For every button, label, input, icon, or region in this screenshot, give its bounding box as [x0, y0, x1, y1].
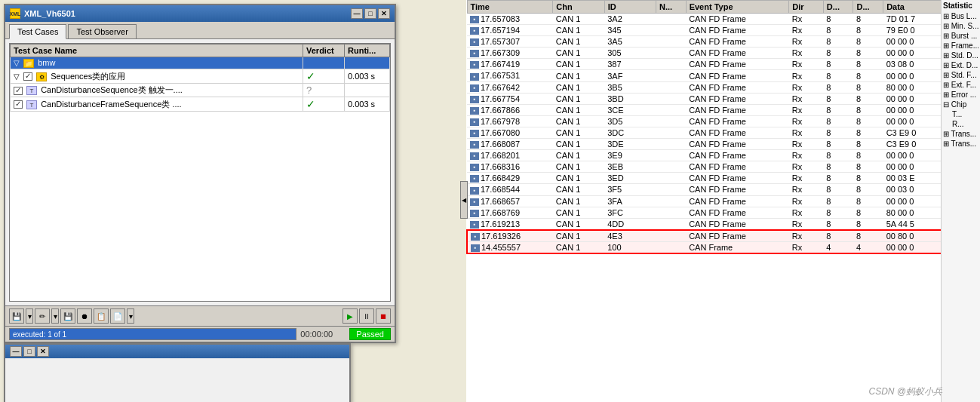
pause-button[interactable]: ⏸: [359, 308, 374, 324]
edit-btn[interactable]: ✏: [35, 308, 50, 324]
table-row[interactable]: ▪17.668201CAN 13E9CAN FD FrameRx8800 00 …: [467, 150, 963, 161]
dropdown-arrow-2[interactable]: ▾: [51, 308, 59, 324]
dropdown-arrow-3[interactable]: ▾: [127, 308, 134, 324]
stats-item-chip-t[interactable]: T...: [943, 109, 978, 119]
table-cell: CAN FD Frame: [686, 59, 789, 70]
table-cell: ▪17.619326: [467, 230, 553, 242]
save-dropdown-btn[interactable]: 💾: [9, 308, 24, 324]
col-header-id[interactable]: ID: [604, 1, 656, 14]
bottom-window-titlebar[interactable]: — □ ✕: [5, 345, 349, 358]
maximize-button[interactable]: □: [364, 8, 376, 19]
stats-item-frame[interactable]: ⊞ Frame...: [943, 41, 978, 51]
table-row[interactable]: ▪17.668429CAN 13EDCAN FD FrameRx8800 03 …: [467, 173, 963, 184]
fold-button[interactable]: ◀: [460, 181, 468, 219]
bottom-window-controls: — □ ✕: [10, 346, 49, 357]
table-row[interactable]: ✓ T CanDisturbanceFrameSequence类 .... ✓ …: [11, 97, 390, 112]
stats-item-burst[interactable]: ⊞ Burst ...: [943, 31, 978, 41]
stats-item-error[interactable]: ⊞ Error ...: [943, 90, 978, 100]
tree-table-container[interactable]: Test Case Name Verdict Runti... ▽ 📁: [9, 43, 391, 302]
table-cell: Rx: [789, 127, 824, 138]
table-row[interactable]: ▪17.667754CAN 13BDCAN FD FrameRx8800 00 …: [467, 93, 963, 104]
table-cell: CAN 1: [553, 184, 604, 195]
table-row[interactable]: ▪17.667642CAN 13B5CAN FD FrameRx8880 00 …: [467, 81, 963, 93]
table-cell: 8: [853, 218, 883, 230]
stats-item-trans2[interactable]: ⊞ Trans...: [943, 139, 978, 149]
table-row[interactable]: ▽ ✓ ⚙ Sequences类的应用 ✓ 0.003 s: [11, 69, 390, 84]
log-scroll-container[interactable]: Time Chn ID N... Event Type Di: [466, 0, 964, 385]
table-row[interactable]: ▪17.668769CAN 13FCCAN FD FrameRx8880 00 …: [467, 207, 963, 218]
stats-item-bus[interactable]: ⊞ Bus L...: [943, 11, 978, 21]
col-header-runtime[interactable]: Runti...: [345, 44, 390, 57]
table-cell: 8: [823, 104, 853, 115]
table-row[interactable]: ▪17.668087CAN 13DECAN FD FrameRx88C3 E9 …: [467, 139, 963, 150]
table-cell: [656, 150, 686, 161]
bottom-maximize-button[interactable]: □: [23, 346, 35, 357]
col-header-dir[interactable]: Dir: [789, 1, 824, 14]
table-row[interactable]: ▪17.619213CAN 14DDCAN FD FrameRx885A 44 …: [467, 218, 963, 230]
col-header-name[interactable]: Test Case Name: [11, 44, 303, 57]
save-btn[interactable]: 💾: [60, 308, 75, 324]
bottom-close-button[interactable]: ✕: [37, 346, 49, 357]
table-row[interactable]: ✓ T CanDisturbanceSequence类 触发一.... ?: [11, 84, 390, 97]
table-row[interactable]: ▪17.668657CAN 13FACAN FD FrameRx8800 00 …: [467, 195, 963, 207]
stats-item-std-f[interactable]: ⊞ Std. F...: [943, 70, 978, 80]
table-cell: 8: [823, 81, 853, 93]
col-header-verdict[interactable]: Verdict: [303, 44, 345, 57]
tab-test-cases[interactable]: Test Cases: [9, 24, 66, 39]
col-header-d2[interactable]: D...: [853, 1, 883, 14]
stats-item-std-d[interactable]: ⊞ Std. D...: [943, 51, 978, 60]
col-header-time[interactable]: Time: [467, 1, 553, 14]
table-row[interactable]: ▪17.657307CAN 13A5CAN FD FrameRx8800 00 …: [467, 36, 963, 48]
table-cell: 4: [853, 241, 883, 253]
table-row[interactable]: ▪17.657083CAN 13A2CAN FD FrameRx887D 01 …: [467, 14, 963, 25]
stats-item-ext-f[interactable]: ⊞ Ext. F...: [943, 80, 978, 90]
close-button[interactable]: ✕: [378, 8, 390, 19]
table-cell: CAN FD Frame: [686, 14, 789, 25]
table-cell: [656, 218, 686, 230]
window-titlebar[interactable]: XML XML_Vh6501 — □ ✕: [5, 5, 395, 22]
table-row[interactable]: ▪17.667978CAN 13D5CAN FD FrameRx8800 00 …: [467, 115, 963, 127]
play-button[interactable]: ▶: [343, 308, 358, 324]
table-cell: Rx: [789, 230, 824, 242]
table-cell: CAN 1: [553, 230, 604, 242]
table-row[interactable]: ▪17.668316CAN 13EBCAN FD FrameRx8800 00 …: [467, 161, 963, 173]
table-row[interactable]: ▪17.668544CAN 13F5CAN FD FrameRx8800 03 …: [467, 184, 963, 195]
stats-item-ext-d[interactable]: ⊞ Ext. D...: [943, 60, 978, 70]
table-cell: CAN 1: [553, 161, 604, 173]
table-row[interactable]: ▪17.667309CAN 1305CAN FD FrameRx8800 00 …: [467, 48, 963, 59]
table-cell: [656, 48, 686, 59]
table-row[interactable]: ▪17.667080CAN 13DCCAN FD FrameRx88C3 E9 …: [467, 127, 963, 138]
table-row[interactable]: ▪17.657194CAN 1345CAN FD FrameRx8879 E0 …: [467, 25, 963, 36]
stop-button[interactable]: ⏹: [376, 308, 391, 324]
export-btn[interactable]: 📄: [110, 308, 125, 324]
tab-test-observer[interactable]: Test Observer: [68, 24, 136, 38]
minimize-button[interactable]: —: [351, 8, 363, 19]
stats-item-trans1[interactable]: ⊞ Trans...: [943, 129, 978, 139]
table-cell: ▪17.668544: [467, 184, 553, 195]
col-header-chn[interactable]: Chn: [553, 1, 604, 14]
copy-btn[interactable]: 📋: [94, 308, 109, 324]
stats-item-chip-r[interactable]: R...: [943, 119, 978, 129]
tree-table: Test Case Name Verdict Runti... ▽ 📁: [10, 44, 390, 112]
stats-item-chip[interactable]: ⊟ Chip: [943, 100, 978, 109]
col-header-d1[interactable]: D...: [823, 1, 853, 14]
table-row[interactable]: ▪14.455557CAN 1100CAN FrameRx4400 00 0: [467, 241, 963, 253]
record-btn[interactable]: ⏺: [77, 308, 92, 324]
test-icon-2: T: [26, 100, 37, 109]
table-row[interactable]: ▪17.667531CAN 13AFCAN FD FrameRx8800 00 …: [467, 70, 963, 81]
test-icon: T: [26, 86, 37, 95]
col-header-event-type[interactable]: Event Type: [686, 1, 789, 14]
table-cell: 8: [823, 115, 853, 127]
table-cell: [656, 207, 686, 218]
col-header-n[interactable]: N...: [656, 1, 686, 14]
table-row[interactable]: ▪17.619326CAN 14E3CAN FD FrameRx8800 80 …: [467, 230, 963, 242]
table-row[interactable]: ▽ 📁 bmw: [11, 57, 390, 69]
table-cell: ▪17.667080: [467, 127, 553, 138]
table-cell: 4: [823, 241, 853, 253]
table-row[interactable]: ▪17.667419CAN 1387CAN FD FrameRx8803 08 …: [467, 59, 963, 70]
dropdown-arrow-1[interactable]: ▾: [26, 308, 33, 324]
bottom-minimize-button[interactable]: —: [10, 346, 22, 357]
table-cell: 8: [853, 127, 883, 138]
table-row[interactable]: ▪17.667866CAN 13CECAN FD FrameRx8800 00 …: [467, 104, 963, 115]
stats-item-min[interactable]: ⊞ Min. S...: [943, 21, 978, 31]
